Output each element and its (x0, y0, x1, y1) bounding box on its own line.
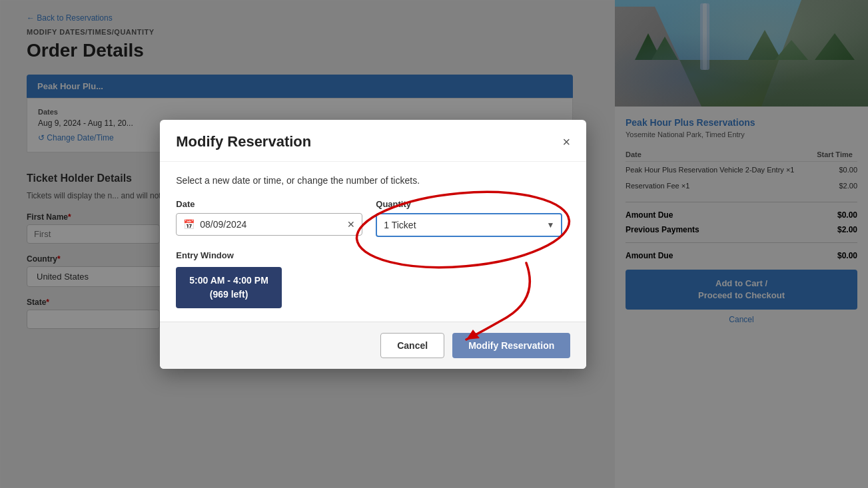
quantity-field: Quantity 1 Ticket ▼ (376, 199, 562, 237)
modal-description: Select a new date or time, or change the… (176, 175, 570, 186)
date-value: 08/09/2024 (200, 219, 342, 230)
quantity-select-wrapper[interactable]: 1 Ticket ▼ (376, 213, 562, 237)
quantity-label: Quantity (376, 199, 562, 209)
entry-window-label: Entry Window (176, 250, 570, 260)
cancel-button[interactable]: Cancel (380, 333, 444, 358)
modify-reservation-button[interactable]: Modify Reservation (452, 333, 570, 358)
date-clear-button[interactable]: ✕ (347, 219, 355, 230)
quantity-value: 1 Ticket (384, 220, 416, 230)
modal-close-button[interactable]: × (563, 135, 571, 148)
entry-window-spots: (969 left) (189, 288, 268, 302)
modal-title: Modify Reservation (176, 133, 311, 150)
modal-body: Select a new date or time, or change the… (160, 162, 586, 322)
entry-window-button[interactable]: 5:00 AM - 4:00 PM (969 left) (176, 267, 282, 308)
modal-fields-row: Date 📅 08/09/2024 ✕ Quantity 1 Ticket ▼ (176, 199, 570, 237)
entry-window-time: 5:00 AM - 4:00 PM (189, 274, 268, 288)
modal-footer: Cancel Modify Reservation (160, 322, 586, 369)
modify-reservation-modal: Modify Reservation × Select a new date o… (160, 120, 586, 369)
date-label: Date (176, 199, 362, 209)
modal-header: Modify Reservation × (160, 120, 586, 162)
date-input-wrapper[interactable]: 📅 08/09/2024 ✕ (176, 213, 362, 236)
date-field: Date 📅 08/09/2024 ✕ (176, 199, 362, 237)
calendar-icon: 📅 (183, 219, 195, 230)
quantity-dropdown-icon: ▼ (546, 220, 554, 230)
